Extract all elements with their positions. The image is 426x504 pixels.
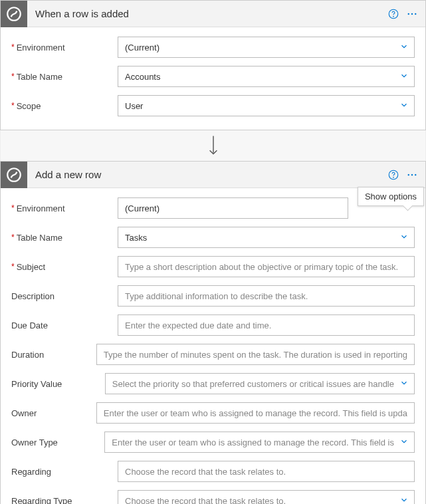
table-label: Table Name — [17, 72, 62, 82]
duedate-input[interactable]: Enter the expected due date and time. — [118, 315, 415, 336]
duration-input[interactable]: Type the number of minutes spent on the … — [96, 344, 415, 365]
field-row: Owner Enter the user or team who is assi… — [11, 402, 415, 424]
svg-point-12 — [415, 174, 416, 175]
field-row: *Environment (Current) — [11, 37, 415, 58]
trigger-header: When a row is added — [1, 1, 425, 27]
more-icon — [406, 8, 418, 20]
connector-logo — [1, 162, 27, 188]
svg-point-5 — [415, 13, 416, 14]
environment-label: Environment — [17, 203, 65, 213]
field-row: Description Type additional information … — [11, 285, 415, 307]
regarding-label: Regarding — [11, 467, 51, 477]
action-body: Show options *Environment (Current) *Tab… — [1, 188, 425, 504]
dataverse-icon — [5, 5, 23, 23]
owner-input[interactable]: Enter the user or team who is assigned t… — [96, 402, 415, 424]
arrow-down-icon — [207, 134, 219, 157]
field-row: Due Date Enter the expected due date and… — [11, 315, 415, 336]
chevron-down-icon — [399, 100, 409, 112]
trigger-title: When a row is added — [27, 8, 384, 19]
subject-label: Subject — [17, 262, 45, 272]
environment-label: Environment — [17, 43, 65, 53]
field-row: *Environment (Current) — [11, 197, 415, 219]
chevron-down-icon — [399, 495, 409, 505]
trigger-body: *Environment (Current) *Table Name Accou… — [1, 27, 425, 130]
options-button[interactable] — [403, 162, 421, 188]
priority-select[interactable]: Select the priority so that preferred cu… — [105, 373, 415, 394]
action-title: Add a new row — [27, 169, 384, 180]
svg-point-3 — [408, 13, 409, 14]
scope-select[interactable]: User — [118, 95, 415, 116]
regardingtype-label: Regarding Type — [11, 496, 72, 505]
help-icon — [387, 8, 399, 20]
connector-logo — [1, 1, 27, 27]
table-select[interactable]: Tasks — [118, 227, 415, 248]
duedate-label: Due Date — [11, 320, 48, 330]
svg-point-4 — [411, 13, 413, 14]
svg-point-11 — [411, 174, 413, 175]
chevron-down-icon — [399, 42, 409, 53]
owner-label: Owner — [11, 408, 37, 418]
flow-arrow-region — [0, 130, 426, 161]
regarding-input[interactable]: Choose the record that the task relates … — [118, 461, 415, 482]
chevron-down-icon — [399, 71, 409, 82]
chevron-down-icon — [399, 437, 409, 448]
scope-label: Scope — [17, 101, 41, 111]
duration-label: Duration — [11, 350, 44, 360]
description-input[interactable]: Type additional information to describe … — [118, 285, 415, 307]
help-icon — [387, 169, 399, 181]
subject-input[interactable]: Type a short description about the objec… — [118, 256, 415, 277]
field-row: *Table Name Accounts — [11, 66, 415, 87]
help-button[interactable] — [384, 1, 403, 27]
svg-point-2 — [393, 16, 393, 17]
regardingtype-select[interactable]: Choose the record that the task relates … — [118, 490, 415, 504]
environment-select[interactable]: (Current) — [118, 37, 415, 58]
environment-select[interactable]: (Current) — [118, 197, 348, 219]
field-row: Priority Value Select the priority so th… — [11, 373, 415, 394]
dataverse-icon — [5, 166, 23, 184]
chevron-down-icon — [399, 378, 409, 390]
field-row: Owner Type Enter the user or team who is… — [11, 432, 415, 453]
field-row: *Subject Type a short description about … — [11, 256, 415, 277]
chevron-down-icon — [399, 232, 409, 243]
field-row: *Scope User — [11, 95, 415, 116]
more-icon — [406, 169, 418, 181]
table-label: Table Name — [17, 233, 62, 243]
field-row: Regarding Type Choose the record that th… — [11, 490, 415, 504]
table-select[interactable]: Accounts — [118, 66, 415, 87]
help-button[interactable] — [384, 162, 403, 188]
field-row: Regarding Choose the record that the tas… — [11, 461, 415, 482]
action-header: Add a new row — [1, 162, 425, 188]
trigger-card: When a row is added *Environment (Curren… — [0, 0, 426, 130]
options-button[interactable] — [403, 1, 421, 27]
svg-point-10 — [408, 174, 409, 175]
priority-label: Priority Value — [11, 379, 62, 389]
field-row: *Table Name Tasks — [11, 227, 415, 248]
ownertype-label: Owner Type — [11, 438, 58, 447]
description-label: Description — [11, 291, 54, 301]
ownertype-select[interactable]: Enter the user or team who is assigned t… — [104, 432, 415, 453]
action-card: Add a new row Show options *Environment … — [0, 161, 426, 504]
svg-point-9 — [393, 177, 393, 178]
field-row: Duration Type the number of minutes spen… — [11, 344, 415, 365]
